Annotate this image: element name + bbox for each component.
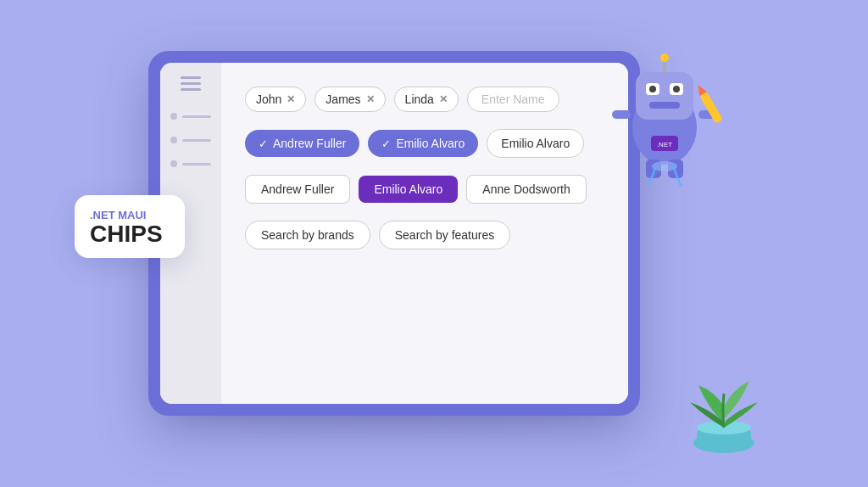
- sidebar-dot: [170, 137, 177, 143]
- chips-text: CHIPS: [90, 222, 170, 246]
- sidebar-dot: [170, 113, 177, 120]
- sidebar-item: [170, 157, 211, 171]
- chip-label: Search by features: [395, 228, 495, 242]
- chip-label: Emilio Alvaro: [396, 137, 465, 150]
- chip-label: Anne Dodsworth: [482, 182, 570, 196]
- chip-search-features[interactable]: Search by features: [379, 221, 511, 249]
- chip-andrew-action[interactable]: Andrew Fuller: [245, 175, 350, 204]
- chip-entry-field[interactable]: Enter Name: [467, 87, 559, 112]
- chip-linda[interactable]: Linda ✕: [394, 87, 459, 112]
- sidebar-line: [182, 163, 211, 165]
- svg-rect-11: [699, 92, 723, 124]
- hamburger-icon: [181, 76, 201, 91]
- svg-text:.NET: .NET: [657, 141, 672, 148]
- tablet-body: John ✕ James ✕ Linda ✕ Enter Name: [160, 63, 628, 404]
- sidebar-line: [182, 139, 211, 142]
- plant-decoration: [673, 360, 775, 462]
- svg-rect-6: [649, 102, 680, 109]
- svg-point-4: [649, 86, 656, 92]
- chip-john[interactable]: John ✕: [245, 87, 306, 112]
- sidebar-line: [182, 115, 211, 118]
- chip-label: Andrew Fuller: [273, 137, 346, 150]
- chip-label: Emilio Alvaro: [501, 137, 570, 150]
- robot-mascot: .NET: [597, 17, 732, 187]
- chip-label: Emilio Alvaro: [374, 182, 442, 196]
- svg-rect-1: [636, 72, 693, 120]
- sidebar-item: [170, 109, 211, 123]
- chip-andrew-selected[interactable]: ✓ Andrew Fuller: [245, 130, 359, 157]
- tablet-content: John ✕ James ✕ Linda ✕ Enter Name: [221, 63, 628, 404]
- chip-placeholder: Enter Name: [481, 92, 545, 106]
- chip-close-icon[interactable]: ✕: [439, 93, 448, 105]
- sidebar-item: [170, 133, 211, 147]
- svg-point-8: [660, 53, 669, 62]
- chip-emilio-action-active[interactable]: Emilio Alvaro: [359, 176, 458, 203]
- chip-label: John: [256, 92, 281, 106]
- sidebar-dot: [170, 160, 177, 167]
- input-chip-row: John ✕ James ✕ Linda ✕ Enter Name: [245, 87, 601, 112]
- chip-label: James: [326, 92, 360, 106]
- chip-close-icon[interactable]: ✕: [287, 93, 295, 105]
- chip-search-brands[interactable]: Search by brands: [245, 221, 370, 249]
- chip-close-icon[interactable]: ✕: [366, 93, 375, 105]
- svg-point-5: [673, 86, 680, 92]
- tablet-screen: John ✕ James ✕ Linda ✕ Enter Name: [160, 63, 628, 404]
- chip-emilio-selected[interactable]: ✓ Emilio Alvaro: [368, 130, 478, 157]
- chip-anne-action[interactable]: Anne Dodsworth: [466, 175, 587, 204]
- choice-chip-row: ✓ Andrew Fuller ✓ Emilio Alvaro Emilio A…: [245, 129, 601, 158]
- chip-label: Linda: [405, 92, 434, 106]
- chip-james[interactable]: James ✕: [314, 87, 385, 112]
- filter-chip-row: Search by brands Search by features: [245, 221, 601, 249]
- action-chip-row: Andrew Fuller Emilio Alvaro Anne Dodswor…: [245, 175, 601, 204]
- label-card: .NET MAUI CHIPS: [75, 195, 185, 258]
- dot-net-text: .NET MAUI: [90, 209, 146, 221]
- chip-label: Andrew Fuller: [261, 182, 334, 196]
- check-icon: ✓: [259, 137, 268, 150]
- chip-label: Search by brands: [261, 228, 354, 242]
- check-icon: ✓: [381, 137, 391, 150]
- chip-emilio-unselected[interactable]: Emilio Alvaro: [487, 129, 584, 158]
- svg-rect-9: [612, 110, 631, 119]
- tablet-device: John ✕ James ✕ Linda ✕ Enter Name: [148, 51, 640, 416]
